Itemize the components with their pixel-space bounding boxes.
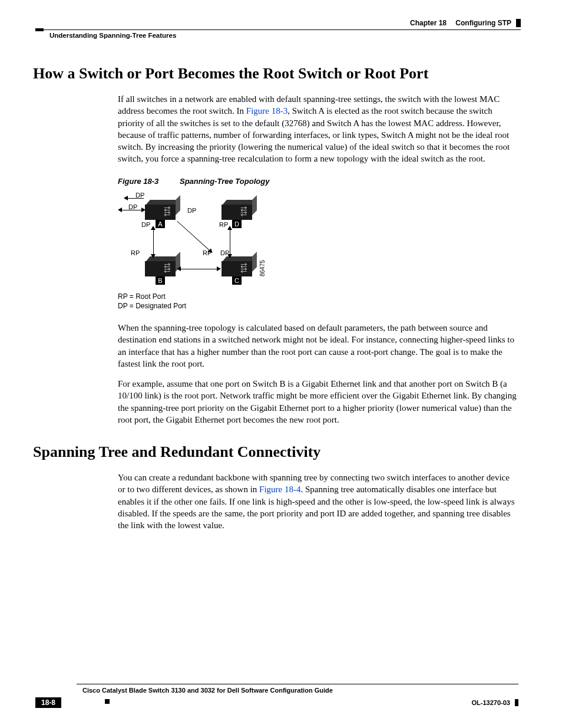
- chapter-title: Configuring STP: [455, 19, 511, 27]
- arrowhead-icon: [227, 254, 232, 258]
- body-block-2: You can create a redundant backbone with…: [118, 472, 517, 531]
- section-title: Understanding Spanning-Tree Features: [49, 32, 176, 39]
- figure-title: Spanning-Tree Topology: [180, 177, 269, 186]
- link-line: [127, 198, 144, 199]
- port-label: DP: [187, 207, 196, 214]
- switch-d-label: D: [232, 220, 242, 228]
- doc-id: OL-13270-03: [472, 699, 518, 706]
- figure-legend: RP = Root Port DP = Designated Port: [118, 292, 517, 312]
- paragraph: If all switches in a network are enabled…: [118, 93, 517, 165]
- figure-id: 86475: [259, 260, 266, 276]
- switch-b-icon: ⇄⇄: [145, 261, 176, 276]
- paragraph: When the spanning-tree topology is calcu…: [118, 322, 517, 370]
- arrowhead-icon: [124, 196, 128, 200]
- header-rule: [41, 29, 521, 30]
- switch-d-icon: ⇄⇄: [222, 205, 252, 220]
- switch-arrows-icon: ⇄⇄: [231, 263, 252, 275]
- link-line: [177, 220, 210, 251]
- running-header: Chapter 18 Configuring STP Understanding…: [41, 19, 521, 37]
- heading-root-switch: How a Switch or Port Becomes the Root Sw…: [33, 65, 517, 83]
- paragraph: For example, assume that one port on Swi…: [118, 378, 517, 426]
- figure-link[interactable]: Figure 18-4: [259, 485, 300, 494]
- heading-redundant: Spanning Tree and Redundant Connectivity: [33, 443, 517, 461]
- figure-number: Figure 18-3: [118, 177, 158, 186]
- legend-row: RP = Root Port: [118, 292, 517, 302]
- switch-a-icon: ⇄⇄: [145, 205, 176, 220]
- running-footer: Cisco Catalyst Blade Switch 3130 and 303…: [35, 684, 518, 708]
- link-line: [179, 269, 218, 269]
- book-title: Cisco Catalyst Blade Switch 3130 and 303…: [82, 687, 518, 694]
- legend-row: DP = Designated Port: [118, 301, 517, 311]
- figure-link[interactable]: Figure 18-3: [246, 106, 287, 116]
- header-block-icon: [35, 28, 44, 31]
- arrowhead-icon: [141, 207, 146, 212]
- switch-b-label: B: [156, 276, 165, 285]
- figure-caption: Figure 18-3 Spanning-Tree Topology: [118, 177, 517, 186]
- switch-arrows-icon: ⇄⇄: [154, 206, 176, 218]
- arrowhead-icon: [177, 266, 181, 271]
- body-block-1: If all switches in a network are enabled…: [118, 93, 517, 426]
- port-label: RP: [131, 249, 140, 256]
- header-right: Chapter 18 Configuring STP: [410, 19, 521, 27]
- arrowhead-icon: [227, 226, 232, 230]
- arrowhead-icon: [118, 207, 122, 212]
- port-label: DP: [141, 221, 150, 228]
- paragraph: You can create a redundant backbone with…: [118, 472, 517, 531]
- chapter-label: Chapter 18: [410, 19, 447, 27]
- topology-diagram: ⇄⇄ A ⇄⇄ D ⇄⇄ B ⇄⇄ C DP DP DP DP RP: [118, 190, 271, 285]
- switch-arrows-icon: ⇄⇄: [154, 263, 176, 275]
- page-number: 18-8: [35, 697, 61, 708]
- switch-c-icon: ⇄⇄: [222, 261, 252, 276]
- arrowhead-icon: [151, 254, 156, 258]
- arrowhead-icon: [217, 266, 221, 271]
- link-line: [121, 210, 143, 210]
- switch-arrows-icon: ⇄⇄: [231, 206, 252, 218]
- footer-rule: [77, 684, 518, 684]
- arrowhead-icon: [151, 226, 156, 230]
- switch-c-label: C: [232, 276, 242, 285]
- switch-a-label: A: [156, 220, 165, 228]
- page-content: How a Switch or Port Becomes the Root Sw…: [33, 65, 517, 539]
- link-line: [153, 228, 154, 256]
- link-line: [230, 228, 230, 256]
- port-label: RP: [219, 221, 228, 228]
